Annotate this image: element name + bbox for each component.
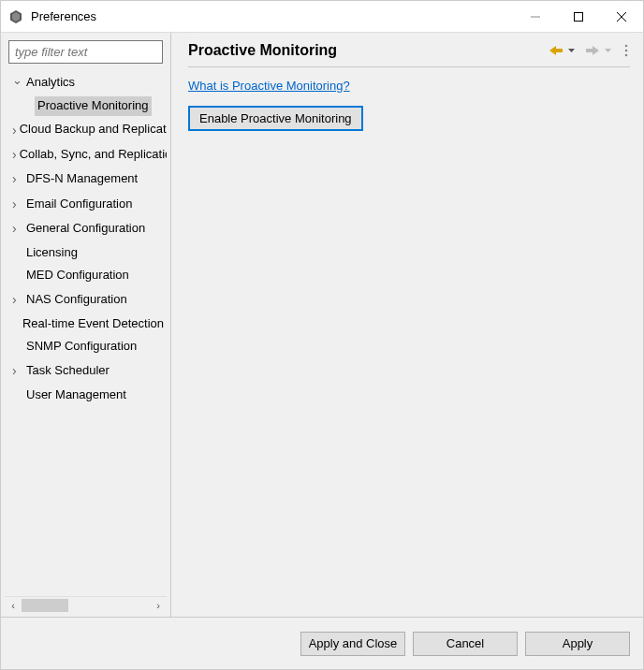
filter-input[interactable]	[8, 40, 163, 64]
tree-item-label: SNMP Configuration	[23, 337, 139, 357]
main-panel: Proactive Monitoring	[171, 33, 643, 617]
tree-item-label: Task Scheduler	[23, 361, 112, 381]
tree-item[interactable]: Proactive Monitoring	[5, 95, 167, 118]
maximize-button[interactable]	[557, 1, 600, 32]
tree-item[interactable]: DFS-N Management	[5, 167, 167, 191]
button-bar: Apply and Close Cancel Apply	[1, 617, 643, 669]
tree-item[interactable]: Cloud Backup and Replication	[5, 118, 167, 142]
svg-marker-7	[605, 49, 611, 52]
horizontal-scrollbar[interactable]: ‹ ›	[5, 596, 167, 613]
svg-point-8	[625, 45, 628, 48]
back-dropdown-icon[interactable]	[566, 47, 577, 54]
tree-item[interactable]: Real-time Event Detection	[5, 313, 167, 336]
tree-item-label: NAS Configuration	[23, 290, 130, 310]
content-area: AnalyticsProactive MonitoringCloud Backu…	[1, 33, 643, 617]
tree-item[interactable]: User Management	[5, 384, 167, 407]
window-controls	[514, 1, 643, 32]
preferences-tree: AnalyticsProactive MonitoringCloud Backu…	[5, 67, 167, 596]
forward-icon[interactable]	[584, 44, 601, 57]
menu-icon[interactable]	[622, 42, 630, 59]
tree-item-label: Cloud Backup and Replication	[17, 120, 167, 139]
tree-item[interactable]: MED Configuration	[5, 264, 167, 287]
scroll-track[interactable]	[22, 599, 150, 612]
tree-item[interactable]: NAS Configuration	[5, 287, 167, 312]
apply-button[interactable]: Apply	[525, 632, 630, 656]
title-bar: Preferences	[1, 1, 643, 33]
tree-item[interactable]: Email Configuration	[5, 192, 167, 216]
window-title: Preferences	[31, 9, 514, 23]
chevron-right-icon[interactable]	[12, 168, 23, 189]
nav-icons	[548, 42, 630, 59]
enable-proactive-monitoring-button[interactable]: Enable Proactive Monitoring	[188, 106, 363, 131]
tree-item[interactable]: Licensing	[5, 241, 167, 265]
chevron-right-icon[interactable]	[12, 289, 23, 310]
help-link[interactable]: What is Proactive Monitoring?	[188, 79, 350, 93]
main-header: Proactive Monitoring	[188, 42, 630, 67]
app-icon	[8, 9, 23, 24]
close-button[interactable]	[600, 1, 643, 32]
tree-item-label: MED Configuration	[23, 266, 132, 285]
tree-item[interactable]: Task Scheduler	[5, 358, 167, 383]
page-title: Proactive Monitoring	[188, 42, 548, 59]
scroll-right-icon[interactable]: ›	[150, 600, 167, 611]
scroll-thumb[interactable]	[22, 599, 68, 612]
tree-item[interactable]: Collab, Sync, and Replication	[5, 142, 167, 167]
svg-rect-3	[575, 12, 583, 21]
tree-item-label: Collab, Sync, and Replication	[17, 145, 167, 165]
filter-box	[8, 40, 163, 64]
sidebar: AnalyticsProactive MonitoringCloud Backu…	[1, 33, 171, 617]
tree-item[interactable]: Analytics	[5, 71, 167, 95]
tree-item-label: Analytics	[23, 73, 78, 93]
tree-item-label: Email Configuration	[23, 195, 135, 214]
svg-point-9	[625, 50, 628, 52]
chevron-right-icon[interactable]	[12, 194, 23, 214]
chevron-down-icon[interactable]	[12, 73, 23, 93]
svg-marker-6	[568, 49, 575, 52]
back-icon[interactable]	[548, 44, 564, 57]
chevron-right-icon[interactable]	[12, 360, 23, 381]
scroll-left-icon[interactable]: ‹	[5, 600, 22, 611]
svg-point-10	[625, 54, 628, 57]
tree-item-label: Proactive Monitoring	[35, 96, 152, 116]
cancel-button[interactable]: Cancel	[413, 632, 518, 656]
chevron-right-icon[interactable]	[12, 218, 23, 239]
main-body: What is Proactive Monitoring? Enable Pro…	[188, 79, 630, 607]
tree-item-label: Licensing	[23, 243, 80, 263]
minimize-button[interactable]	[514, 1, 557, 32]
apply-and-close-button[interactable]: Apply and Close	[300, 632, 405, 656]
tree-item[interactable]: General Configuration	[5, 216, 167, 240]
tree-item-label: User Management	[23, 386, 129, 405]
tree-item[interactable]: SNMP Configuration	[5, 335, 167, 358]
tree-item-label: General Configuration	[23, 219, 148, 239]
forward-dropdown-icon[interactable]	[603, 47, 613, 54]
tree-item-label: Real-time Event Detection	[20, 314, 167, 334]
tree-item-label: DFS-N Management	[23, 169, 140, 189]
